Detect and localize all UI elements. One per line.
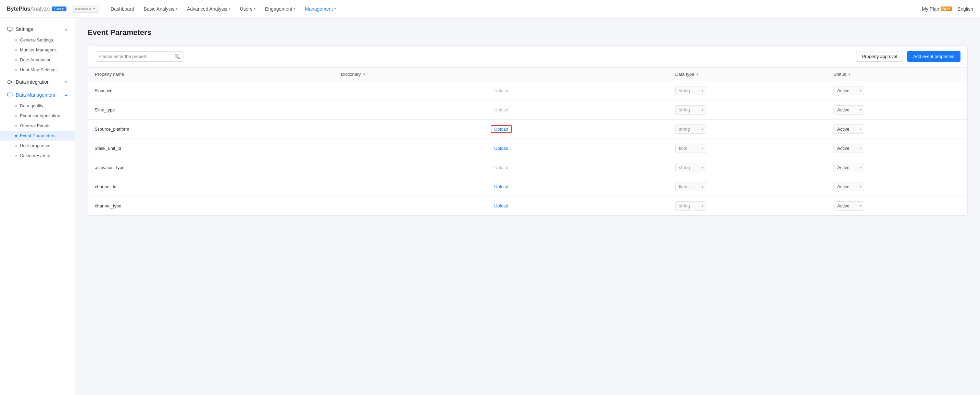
toolbar-right: Property approval Add event properties <box>856 51 961 62</box>
data-type-cell: string▾ <box>668 81 827 101</box>
dot-icon <box>15 135 17 137</box>
language-selector[interactable]: English <box>958 6 973 12</box>
sidebar-item-date-annotation[interactable]: Date Annotation <box>0 55 75 65</box>
my-plan[interactable]: My Plan BUY <box>922 6 952 12</box>
sidebar-section-settings-header[interactable]: Settings ▲ <box>0 23 75 35</box>
brand-name: BytePlusAnalyze <box>7 6 50 12</box>
status-select[interactable]: Active <box>834 182 864 191</box>
dictionary-filter-icon[interactable]: ▼ <box>362 72 366 77</box>
sidebar-section-data-integration-header[interactable]: Data integration ▼ <box>0 76 75 88</box>
data-integration-icon <box>7 79 13 85</box>
th-status: Status ▼ <box>827 67 967 81</box>
data-type-select[interactable]: float <box>675 182 706 191</box>
status-cell: Active▾ <box>827 158 967 177</box>
event-parameters-table-container: 🔍 Property approval Add event properties… <box>88 45 968 216</box>
status-cell: Active▾ <box>827 177 967 197</box>
upload-link[interactable]: Upload <box>494 203 508 208</box>
nav-right: My Plan BUY English <box>922 6 973 12</box>
nav-users[interactable]: Users ▾ <box>236 4 260 14</box>
dot-icon <box>15 125 17 127</box>
sidebar-item-event-parameters[interactable]: Event Parameters <box>0 131 75 141</box>
status-select[interactable]: Active <box>834 201 864 211</box>
sidebar-item-monitor-management[interactable]: Monitor Managem. <box>0 45 75 55</box>
property-name-cell: activation_type <box>88 158 334 177</box>
status-select[interactable]: Active <box>834 163 864 172</box>
settings-items: General Settings Monitor Managem. Date A… <box>0 35 75 75</box>
data-type-select[interactable]: string <box>675 163 706 172</box>
status-cell: Active▾ <box>827 120 967 139</box>
sidebar-item-general-events[interactable]: General Events <box>0 121 75 131</box>
status-cell: Active▾ <box>827 81 967 101</box>
nav-advanced-analysis-arrow: ▾ <box>229 7 231 11</box>
nav-management[interactable]: Management ▾ <box>301 4 340 14</box>
nav-dashboard[interactable]: Dashboard <box>107 4 138 14</box>
nav-engagement-arrow: ▾ <box>293 7 295 11</box>
status-cell: Active▾ <box>827 139 967 158</box>
data-type-select[interactable]: float <box>675 144 706 153</box>
property-approval-button[interactable]: Property approval <box>856 51 903 62</box>
nav-engagement[interactable]: Engagement ▾ <box>261 4 299 14</box>
sidebar-item-user-properties[interactable]: User properties <box>0 141 75 150</box>
status-filter-icon[interactable]: ▼ <box>848 72 851 77</box>
th-dictionary: Dictionary ▼ <box>334 67 668 81</box>
data-type-cell: float▾ <box>668 139 827 158</box>
sidebar-section-data-management-header[interactable]: Data Management ▲ <box>0 89 75 101</box>
dot-icon <box>15 59 17 61</box>
status-select[interactable]: Active <box>834 86 864 95</box>
sidebar: Settings ▲ General Settings Monitor Mana… <box>0 18 75 395</box>
add-event-properties-button[interactable]: Add event properties <box>907 51 961 62</box>
project-selector[interactable]: ■■■■■■ ▼ <box>72 5 99 13</box>
toolbar: 🔍 Property approval Add event properties <box>88 46 967 67</box>
upload-plain: Upload <box>494 88 508 93</box>
upload-highlighted-link[interactable]: Upload <box>491 125 512 133</box>
data-type-select[interactable]: string <box>675 201 706 211</box>
nav-basic-analysis[interactable]: Basic Analysis ▾ <box>140 4 181 14</box>
property-name-cell: $inactive <box>88 81 334 101</box>
table-row: channel_typeUploadstring▾Active▾ <box>88 197 967 216</box>
upload-link[interactable]: Upload <box>494 146 508 151</box>
data-type-select[interactable]: string <box>675 86 706 95</box>
data-type-filter-icon[interactable]: ▼ <box>696 72 700 77</box>
dot-icon <box>15 155 17 157</box>
upload-plain: Upload <box>494 165 508 170</box>
search-input[interactable] <box>99 54 172 59</box>
main-content: Event Parameters 🔍 Property approval Add… <box>75 18 980 395</box>
table-row: channel_idUploadfloat▾Active▾ <box>88 177 967 197</box>
svg-rect-0 <box>8 27 12 30</box>
sidebar-item-event-categorization[interactable]: Event categorization. <box>0 111 75 121</box>
dictionary-cell: Upload <box>334 81 668 101</box>
property-name-cell: channel_id <box>88 177 334 197</box>
nav-users-arrow: ▾ <box>254 7 255 11</box>
dictionary-cell: Upload <box>334 120 668 139</box>
dictionary-cell: Upload <box>334 177 668 197</box>
upload-link[interactable]: Upload <box>494 184 508 189</box>
table-row: $source_platformUploadstring▾Active▾ <box>88 120 967 139</box>
data-management-collapse-icon: ▲ <box>64 93 68 98</box>
data-type-select[interactable]: string <box>675 105 706 115</box>
data-management-icon <box>7 92 13 98</box>
dictionary-cell: Upload <box>334 197 668 216</box>
event-parameters-table: Property name Dictionary ▼ Data type ▼ <box>88 67 967 215</box>
status-select[interactable]: Active <box>834 144 864 153</box>
svg-point-3 <box>8 80 11 83</box>
brand-logo: BytePlusAnalyze Group <box>7 6 67 12</box>
data-integration-collapse-icon: ▼ <box>64 80 68 84</box>
search-box[interactable]: 🔍 <box>95 51 184 62</box>
sidebar-item-custom-events[interactable]: Custom Events <box>0 150 75 160</box>
th-property-name: Property name <box>88 67 334 81</box>
status-cell: Active▾ <box>827 197 967 216</box>
sidebar-item-general-settings[interactable]: General Settings <box>0 35 75 45</box>
th-data-type: Data type ▼ <box>668 67 827 81</box>
table-row: $task_unit_idUploadfloat▾Active▾ <box>88 139 967 158</box>
data-type-select[interactable]: string <box>675 125 706 134</box>
status-select[interactable]: Active <box>834 105 864 115</box>
settings-collapse-icon: ▲ <box>64 27 68 32</box>
sidebar-section-data-integration: Data integration ▼ <box>0 76 75 88</box>
dot-icon <box>15 145 17 147</box>
status-select[interactable]: Active <box>834 125 864 134</box>
sidebar-item-data-quality[interactable]: Data quality <box>0 101 75 111</box>
nav-advanced-analysis[interactable]: Advanced Analysis ▾ <box>183 4 235 14</box>
sidebar-section-settings: Settings ▲ General Settings Monitor Mana… <box>0 23 75 75</box>
page-title: Event Parameters <box>88 28 968 37</box>
sidebar-item-heat-map-settings[interactable]: Heat Map Settings <box>0 65 75 75</box>
